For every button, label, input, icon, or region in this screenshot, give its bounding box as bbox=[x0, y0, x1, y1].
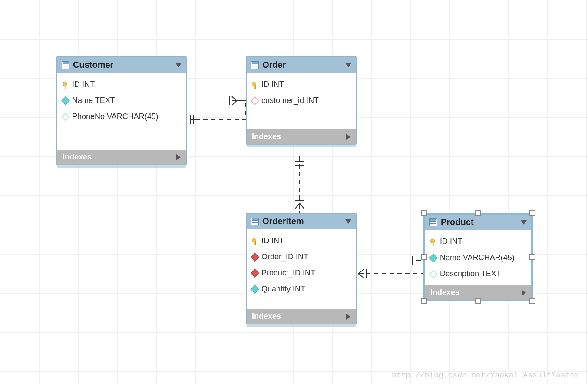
resize-handle-nw[interactable] bbox=[421, 210, 427, 216]
resize-handle-w[interactable] bbox=[421, 254, 427, 260]
indexes-section[interactable]: Indexes bbox=[57, 150, 186, 164]
column-label: Order_ID INT bbox=[261, 252, 308, 262]
column-label: Name TEXT bbox=[72, 96, 115, 105]
entity-header[interactable]: OrderItem bbox=[247, 214, 356, 229]
entity-columns: ID INT Name TEXT PhoneNo VARCHAR(45) bbox=[57, 73, 186, 150]
entity-header[interactable]: Customer bbox=[57, 57, 186, 73]
collapse-icon[interactable] bbox=[345, 63, 351, 67]
svg-line-12 bbox=[300, 203, 304, 209]
entity-columns: ID INT customer_id INT bbox=[247, 73, 356, 129]
svg-line-15 bbox=[358, 274, 364, 278]
table-icon bbox=[251, 218, 259, 225]
column-label: Description TEXT bbox=[440, 269, 501, 278]
entity-order[interactable]: Order ID INT customer_id INT Indexes bbox=[246, 56, 357, 145]
column-icon bbox=[251, 269, 259, 278]
resize-handle-s[interactable] bbox=[475, 298, 481, 304]
column-icon bbox=[251, 253, 259, 262]
svg-line-5 bbox=[232, 101, 237, 105]
column-row[interactable]: ID INT bbox=[247, 233, 356, 249]
column-row[interactable]: ID INT bbox=[425, 234, 531, 250]
entity-orderitem[interactable]: OrderItem ID INT Order_ID INT Product_ID… bbox=[246, 213, 357, 324]
entity-columns: ID INT Order_ID INT Product_ID INT Quant… bbox=[247, 229, 356, 309]
indexes-section[interactable]: Indexes bbox=[247, 129, 356, 144]
expand-icon bbox=[346, 134, 350, 140]
column-row[interactable]: Description TEXT bbox=[425, 266, 531, 282]
column-icon bbox=[251, 285, 259, 294]
column-row[interactable]: Order_ID INT bbox=[247, 249, 356, 265]
resize-handle-se[interactable] bbox=[529, 298, 535, 304]
column-label: ID INT bbox=[440, 237, 462, 246]
entity-customer[interactable]: Customer ID INT Name TEXT PhoneNo VARCHA… bbox=[56, 56, 187, 165]
collapse-icon[interactable] bbox=[521, 220, 527, 225]
entity-columns: ID INT Name VARCHAR(45) Description TEXT bbox=[425, 230, 531, 285]
key-icon bbox=[252, 238, 258, 244]
key-icon bbox=[252, 82, 258, 88]
entity-title: OrderItem bbox=[262, 216, 342, 226]
watermark: http://blog.csdn.net/Yaokai_AssultMaster bbox=[392, 371, 579, 380]
column-label: Quantity INT bbox=[261, 285, 305, 294]
column-row[interactable]: Name TEXT bbox=[57, 93, 186, 109]
key-icon bbox=[63, 82, 69, 88]
svg-line-14 bbox=[358, 269, 364, 274]
expand-icon bbox=[176, 154, 181, 160]
column-icon bbox=[429, 270, 438, 278]
column-row[interactable]: customer_id INT bbox=[247, 93, 356, 109]
column-icon bbox=[429, 254, 438, 262]
svg-line-4 bbox=[232, 96, 237, 101]
column-label: customer_id INT bbox=[261, 96, 319, 105]
column-label: Name VARCHAR(45) bbox=[440, 253, 515, 262]
entity-product[interactable]: Product ID INT Name VARCHAR(45) Descript… bbox=[423, 213, 533, 301]
resize-handle-sw[interactable] bbox=[421, 298, 427, 304]
table-icon bbox=[251, 61, 259, 69]
entity-header[interactable]: Product bbox=[425, 215, 531, 230]
table-icon bbox=[62, 61, 69, 69]
column-row[interactable]: PhoneNo VARCHAR(45) bbox=[57, 109, 186, 125]
column-icon bbox=[61, 96, 70, 105]
table-icon bbox=[429, 218, 437, 226]
column-row[interactable]: ID INT bbox=[247, 76, 356, 93]
indexes-section[interactable]: Indexes bbox=[247, 309, 356, 324]
entity-title: Customer bbox=[73, 60, 172, 70]
column-label: ID INT bbox=[72, 80, 95, 89]
column-label: ID INT bbox=[261, 236, 284, 245]
diagram-canvas[interactable]: Customer ID INT Name TEXT PhoneNo VARCHA… bbox=[0, 0, 588, 384]
column-label: ID INT bbox=[261, 80, 284, 89]
entity-title: Product bbox=[441, 217, 517, 227]
key-icon bbox=[430, 239, 436, 245]
resize-handle-n[interactable] bbox=[475, 210, 481, 216]
resize-handle-ne[interactable] bbox=[529, 210, 535, 216]
indexes-label: Indexes bbox=[252, 312, 281, 321]
column-row[interactable]: Quantity INT bbox=[247, 281, 356, 297]
indexes-label: Indexes bbox=[63, 152, 92, 162]
expand-icon bbox=[346, 314, 350, 320]
indexes-label: Indexes bbox=[430, 288, 459, 297]
collapse-icon[interactable] bbox=[345, 219, 351, 224]
indexes-label: Indexes bbox=[252, 132, 281, 141]
column-label: PhoneNo VARCHAR(45) bbox=[72, 112, 159, 121]
column-row[interactable]: Product_ID INT bbox=[247, 265, 356, 281]
column-row[interactable]: Name VARCHAR(45) bbox=[425, 250, 531, 266]
entity-title: Order bbox=[262, 60, 342, 70]
column-icon bbox=[61, 113, 70, 121]
svg-line-11 bbox=[295, 203, 300, 209]
entity-header[interactable]: Order bbox=[247, 57, 356, 73]
column-icon bbox=[251, 96, 259, 105]
expand-icon bbox=[522, 290, 526, 296]
collapse-icon[interactable] bbox=[175, 63, 182, 67]
column-label: Product_ID INT bbox=[261, 268, 315, 278]
resize-handle-e[interactable] bbox=[529, 254, 535, 260]
column-row[interactable]: ID INT bbox=[57, 76, 186, 93]
